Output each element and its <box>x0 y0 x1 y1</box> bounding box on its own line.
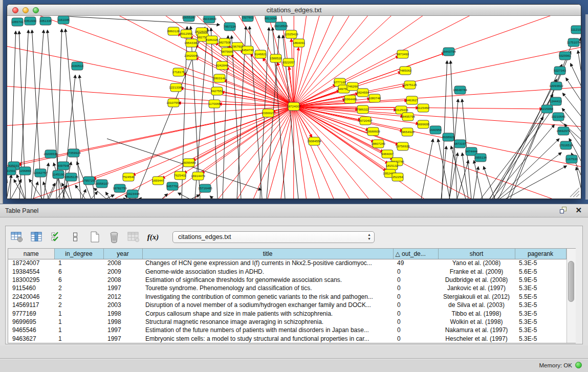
graph-node[interactable]: 2051336 <box>39 17 52 25</box>
table-cell[interactable]: 2 <box>54 284 103 292</box>
column-header-pagerank[interactable]: pagerank <box>515 249 566 259</box>
table-cell[interactable]: 2012 <box>103 293 142 301</box>
table-cell[interactable]: 1 <box>54 335 103 343</box>
select-column-icon[interactable] <box>29 230 43 244</box>
table-cell[interactable]: 5.5E-5 <box>515 293 566 301</box>
graph-node[interactable]: 1588520 <box>270 54 282 62</box>
graph-node[interactable]: 17359924 <box>67 149 81 157</box>
graph-node[interactable]: 1659447 <box>152 177 165 185</box>
table-cell[interactable]: Estimation of significance thresholds fo… <box>142 276 393 284</box>
graph-node[interactable]: 1156869 <box>19 167 31 175</box>
graph-node[interactable]: 9115460 <box>417 104 429 112</box>
table-cell[interactable]: Jankovic et al. (1997) <box>438 284 515 292</box>
graph-node[interactable]: 10923448 <box>125 190 140 198</box>
graph-node[interactable]: 1145190 <box>52 170 64 179</box>
table-selector-dropdown[interactable]: citations_edges.txt ▲▼ <box>172 231 375 243</box>
close-panel-icon[interactable]: ✕ <box>575 206 582 214</box>
table-cell[interactable]: 1998 <box>103 309 142 317</box>
graph-node[interactable]: 16914479 <box>191 172 205 180</box>
table-cell[interactable]: 0 <box>393 276 438 284</box>
graph-node[interactable]: 17957255 <box>82 177 96 185</box>
table-cell[interactable]: 18724007 <box>8 259 54 267</box>
table-cell[interactable]: Wolkin et al. (1998) <box>438 318 515 326</box>
graph-node[interactable]: 9463627 <box>406 96 419 104</box>
graph-node[interactable]: 1080748 <box>368 94 381 102</box>
graph-node[interactable]: 9227343 <box>554 67 567 75</box>
table-cell[interactable]: 14569117 <box>8 301 54 309</box>
graph-node[interactable]: 19218506 <box>274 22 288 30</box>
table-cell[interactable]: 2008 <box>103 276 142 284</box>
graph-node[interactable]: 9873493 <box>397 50 409 58</box>
table-cell[interactable]: Estimation of the future numbers of pati… <box>142 326 393 334</box>
table-cell[interactable]: 18300295 <box>8 276 54 284</box>
graph-node[interactable]: 9457791 <box>166 182 179 190</box>
graph-node[interactable]: 10210645 <box>551 113 565 121</box>
table-cell[interactable]: 1998 <box>103 318 142 326</box>
table-cell[interactable]: Investigating the contribution of common… <box>142 293 393 301</box>
window-titlebar[interactable]: citations_edges.txt <box>7 5 581 16</box>
table-cell[interactable]: Embryonic stem cells: a model to study s… <box>142 335 393 343</box>
table-cell[interactable]: 0 <box>393 318 438 326</box>
column-header-short[interactable]: short <box>438 249 515 259</box>
table-scrollbar[interactable] <box>567 249 576 343</box>
table-cell[interactable]: 0 <box>393 301 438 309</box>
table-cell[interactable]: 0 <box>393 326 438 334</box>
table-cell[interactable]: 1997 <box>103 326 142 334</box>
graph-node[interactable]: 7857224 <box>224 23 236 31</box>
table-cell[interactable]: 5.3E-5 <box>515 301 566 309</box>
graph-node[interactable]: 6522057 <box>282 58 295 67</box>
graph-node[interactable]: 19384554 <box>307 137 321 145</box>
table-cell[interactable]: Franke et al. (2009) <box>438 267 515 275</box>
delete-table-icon[interactable] <box>107 230 121 244</box>
graph-node[interactable]: 16099489 <box>182 159 196 167</box>
graph-node[interactable]: 12213389 <box>169 83 183 92</box>
table-cell[interactable]: 1 <box>54 318 103 326</box>
table-row[interactable]: 2242004622012Investigating the contribut… <box>8 293 566 301</box>
graph-node[interactable]: 9484067 <box>381 150 394 158</box>
graph-node[interactable]: 746266 <box>347 82 358 91</box>
table-row[interactable]: 1830029562008Estimation of significance … <box>8 276 566 284</box>
table-cell[interactable]: Corpus callosum shape and size in male p… <box>142 309 393 317</box>
graph-node[interactable]: 7986322 <box>357 105 369 114</box>
table-cell[interactable]: 1 <box>54 259 103 267</box>
graph-node[interactable]: 7524540 <box>122 173 135 181</box>
graph-node[interactable]: 1244413 <box>550 97 562 105</box>
graph-node[interactable]: 9875685 <box>221 48 234 56</box>
table-cell[interactable]: 2008 <box>103 259 142 267</box>
graph-node[interactable]: 1055741 <box>11 18 24 26</box>
table-cell[interactable]: 5.3E-5 <box>515 259 566 267</box>
table-cell[interactable]: 0 <box>393 267 438 275</box>
table-cell[interactable]: 1 <box>54 326 103 334</box>
graph-node[interactable]: 1170065 <box>208 100 221 108</box>
table-cell[interactable]: 6 <box>54 276 103 284</box>
column-header-out_degree[interactable]: △ out_de... <box>393 249 438 259</box>
table-row[interactable]: 1938455462009Genome-wide association stu… <box>8 267 566 275</box>
table-cell[interactable]: de Silva et al. (2003) <box>438 301 515 309</box>
table-cell[interactable]: 22420046 <box>8 293 54 301</box>
graph-node[interactable]: 16782759 <box>113 184 127 192</box>
graph-node[interactable]: 20364486 <box>343 95 357 103</box>
table-cell[interactable]: 5.6E-5 <box>515 267 566 275</box>
table-row[interactable]: 946362711997Embryonic stem cells: a mode… <box>8 335 566 343</box>
graph-node[interactable]: 16033809 <box>202 16 216 23</box>
table-cell[interactable]: Yano et al. (2008) <box>438 259 515 267</box>
graph-node[interactable]: 9699695 <box>417 120 430 128</box>
table-settings-icon[interactable] <box>10 230 24 244</box>
table-cell[interactable]: Hescheler et al. (1997) <box>438 335 515 343</box>
graph-node[interactable]: 9146821 <box>254 50 267 58</box>
column-header-name[interactable]: name <box>8 249 54 259</box>
table-cell[interactable]: 2 <box>54 293 103 301</box>
table-cell[interactable]: 2009 <box>103 267 142 275</box>
graph-node[interactable]: 12342757 <box>33 169 48 177</box>
table-cell[interactable]: 5.3E-5 <box>515 326 566 334</box>
table-cell[interactable]: Structural magnetic resonance image aver… <box>142 318 393 326</box>
table-cell[interactable]: 5.3E-5 <box>515 284 566 292</box>
graph-node[interactable]: 6873197 <box>454 140 467 148</box>
table-cell[interactable]: 49 <box>393 259 438 267</box>
graph-node[interactable]: 20206536 <box>43 150 58 158</box>
graph-node[interactable]: 13505135 <box>64 173 78 181</box>
graph-node[interactable]: 16443794 <box>442 48 456 56</box>
graph-node[interactable]: 9329961 <box>559 52 572 60</box>
table-cell[interactable]: Dudbridge et al. (2008) <box>438 276 515 284</box>
graph-node[interactable]: 1527602 <box>242 16 254 21</box>
